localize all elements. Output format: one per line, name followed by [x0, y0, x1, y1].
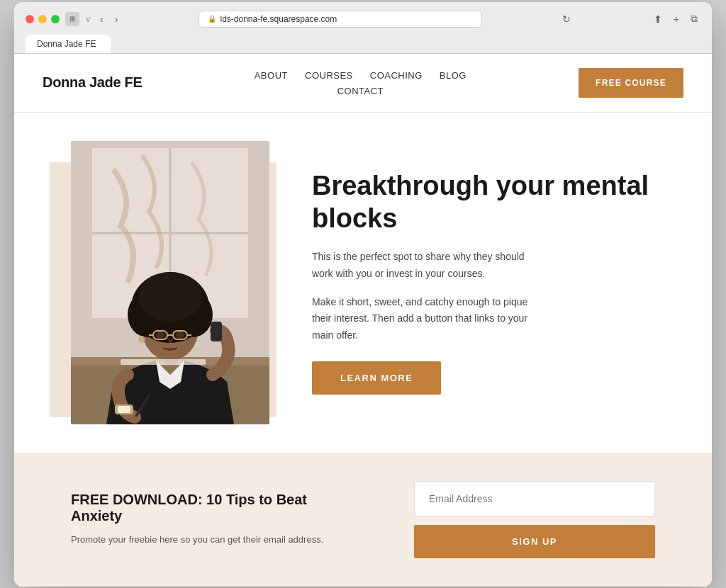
minimize-button[interactable]	[38, 15, 47, 23]
sidebar-button[interactable]: ⧉	[688, 11, 700, 26]
svg-point-12	[138, 272, 202, 322]
forward-button[interactable]: ›	[112, 12, 121, 26]
close-button[interactable]	[26, 15, 34, 23]
svg-rect-23	[118, 406, 130, 413]
browser-chrome: ⊞ ∨ ‹ › 🔒 lds-donna-fe.squarespace.com ↻…	[14, 2, 712, 54]
nav-contact[interactable]: CONTACT	[337, 86, 384, 96]
nav-links-top: ABOUT COURSES COACHING BLOG	[255, 69, 467, 81]
svg-point-20	[138, 336, 145, 343]
person-illustration	[71, 141, 269, 424]
free-download-left: FREE DOWNLOAD: 10 Tips to Beat Anxiety P…	[71, 492, 349, 548]
nav-courses[interactable]: COURSES	[305, 70, 353, 81]
hero-title: Breakthrough your mental blocks	[312, 170, 655, 234]
maximize-button[interactable]	[51, 15, 60, 23]
hero-image	[71, 141, 269, 424]
address-bar[interactable]: 🔒 lds-donna-fe.squarespace.com	[199, 11, 482, 28]
free-download-right: SIGN UP	[377, 481, 655, 558]
svg-point-18	[156, 332, 164, 339]
hero-paragraph-2: Make it short, sweet, and catchy enough …	[312, 294, 539, 344]
nav-blog[interactable]: BLOG	[440, 70, 467, 81]
browser-window: ⊞ ∨ ‹ › 🔒 lds-donna-fe.squarespace.com ↻…	[14, 2, 712, 587]
learn-more-button[interactable]: LEARN MORE	[312, 361, 441, 395]
nav-links-bottom: CONTACT	[337, 84, 384, 97]
svg-rect-21	[211, 322, 222, 341]
svg-rect-25	[121, 359, 206, 365]
browser-controls: ⊞ ∨ ‹ › 🔒 lds-donna-fe.squarespace.com ↻…	[26, 11, 700, 28]
nav-coaching[interactable]: COACHING	[370, 70, 423, 81]
hero-section: Breakthrough your mental blocks This is …	[14, 113, 712, 453]
hero-image-container	[71, 141, 269, 424]
free-course-button[interactable]: FREE COURSE	[579, 68, 683, 98]
back-button[interactable]: ‹	[97, 12, 106, 26]
website-content: Donna Jade FE ABOUT COURSES COACHING BLO…	[14, 54, 712, 587]
lock-icon: 🔒	[208, 15, 216, 23]
share-button[interactable]: ⬆	[651, 12, 665, 26]
nav-about[interactable]: ABOUT	[255, 70, 288, 81]
site-logo[interactable]: Donna Jade FE	[43, 74, 143, 91]
nav-links-wrapper: ABOUT COURSES COACHING BLOG CONTACT	[255, 69, 467, 97]
browser-actions: ⬆ + ⧉	[651, 11, 700, 26]
window-layout-icon[interactable]: ⊞	[65, 12, 79, 26]
refresh-button[interactable]: ↻	[559, 12, 574, 26]
url-text: lds-donna-fe.squarespace.com	[220, 14, 337, 24]
traffic-lights	[26, 15, 60, 23]
svg-point-19	[176, 332, 184, 339]
signup-button[interactable]: SIGN UP	[414, 525, 655, 558]
email-input[interactable]	[414, 481, 655, 516]
free-download-description: Promote your freebie here so you can get…	[71, 533, 349, 548]
hero-content: Breakthrough your mental blocks This is …	[312, 170, 655, 395]
free-download-title: FREE DOWNLOAD: 10 Tips to Beat Anxiety	[71, 492, 349, 524]
hero-paragraph-1: This is the perfect spot to share why th…	[312, 249, 539, 283]
free-download-section: FREE DOWNLOAD: 10 Tips to Beat Anxiety P…	[14, 453, 712, 587]
active-tab[interactable]: Donna Jade FE	[26, 35, 111, 53]
tab-bar: Donna Jade FE	[26, 35, 700, 53]
new-tab-button[interactable]: +	[671, 12, 682, 26]
site-nav: Donna Jade FE ABOUT COURSES COACHING BLO…	[14, 54, 712, 113]
